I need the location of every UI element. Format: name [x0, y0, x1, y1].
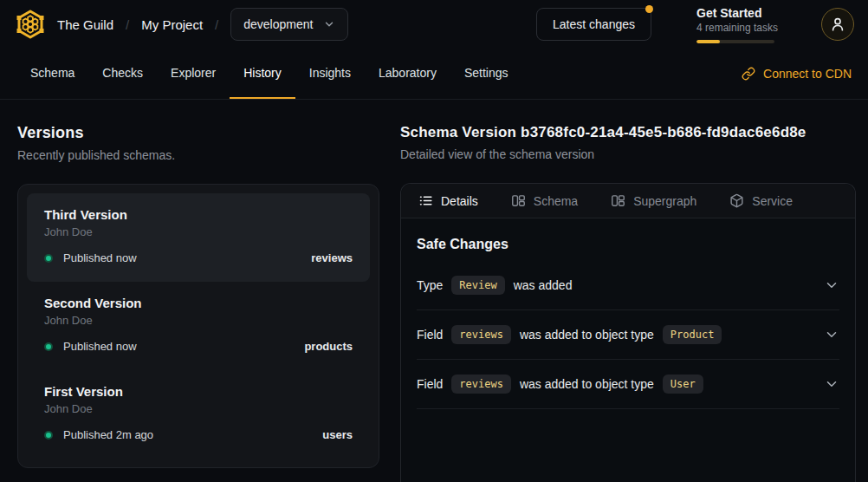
tab-schema-label: Schema [534, 194, 578, 208]
list-icon [418, 193, 433, 208]
versions-subtitle: Recently published schemas. [17, 148, 379, 162]
version-author: John Doe [44, 225, 353, 238]
breadcrumb-separator: / [215, 17, 218, 32]
version-service-name: reviews [311, 251, 353, 264]
tab-supergraph-label: Supergraph [633, 194, 696, 208]
link-icon [742, 67, 755, 81]
tab-schema[interactable]: Schema [16, 49, 88, 99]
chevron-down-icon [824, 327, 839, 342]
tab-explorer[interactable]: Explorer [157, 49, 230, 99]
topbar-right-group: Latest changes Get Started 4 remaining t… [536, 6, 854, 43]
breadcrumb: The Guild / My Project / development [57, 8, 348, 41]
tab-details-label: Details [441, 194, 478, 208]
get-started-widget[interactable]: Get Started 4 remaining tasks [696, 6, 780, 43]
breadcrumb-separator: / [126, 17, 129, 32]
get-started-remaining-tasks: 4 remaining tasks [696, 22, 780, 34]
published-status-dot [44, 254, 53, 263]
type-badge: Review [451, 276, 504, 295]
change-text: was added to object type [520, 328, 654, 342]
user-avatar[interactable] [821, 8, 854, 41]
tab-service-label: Service [752, 194, 793, 208]
safe-changes-title: Safe Changes [417, 237, 839, 252]
get-started-title: Get Started [696, 6, 780, 20]
change-text: Field [417, 328, 443, 342]
versions-title: Versions [17, 124, 379, 142]
schema-version-panel: Details Schema Super [400, 183, 856, 482]
tab-insights[interactable]: Insights [295, 49, 365, 99]
version-name: First Version [44, 384, 353, 399]
breadcrumb-org[interactable]: The Guild [57, 17, 113, 32]
hive-honeycomb-icon [15, 9, 46, 40]
chevron-down-icon [323, 18, 335, 30]
connect-to-cdn-button[interactable]: Connect to CDN [742, 49, 852, 99]
change-text: was added [514, 278, 573, 292]
field-badge: reviews [451, 375, 511, 394]
notification-dot [645, 5, 653, 13]
type-badge: Product [663, 325, 722, 344]
tab-laboratory[interactable]: Laboratory [365, 49, 450, 99]
tab-service[interactable]: Service [729, 193, 793, 208]
version-author: John Doe [44, 402, 353, 415]
tab-details[interactable]: Details [418, 193, 478, 208]
tab-supergraph[interactable]: Supergraph [611, 193, 696, 208]
schema-version-subtitle: Detailed view of the schema version [400, 147, 856, 161]
connect-to-cdn-label: Connect to CDN [763, 67, 852, 81]
published-status-dot [44, 431, 53, 440]
version-list-item[interactable]: First Version John Doe Published 2m ago … [27, 370, 370, 459]
published-status-dot [44, 342, 53, 351]
tab-history[interactable]: History [230, 49, 295, 99]
schema-version-header: Schema Version b3768fc0-21a4-45e5-b686-f… [400, 124, 856, 161]
versions-header: Versions Recently published schemas. [17, 124, 379, 162]
breadcrumb-project[interactable]: My Project [141, 17, 203, 32]
version-status-row: Published now reviews [44, 251, 353, 264]
version-status: Published 2m ago [63, 428, 153, 441]
versions-column: Versions Recently published schemas. Thi… [17, 100, 379, 482]
type-badge: User [663, 375, 703, 394]
get-started-progress-bar [696, 40, 774, 43]
detail-tab-bar: Details Schema Super [401, 184, 855, 218]
change-text: Type [417, 278, 443, 292]
tab-settings[interactable]: Settings [450, 49, 522, 99]
version-status-row: Published 2m ago users [44, 428, 353, 441]
version-author: John Doe [44, 314, 353, 327]
version-list-item[interactable]: Second Version John Doe Published now pr… [27, 282, 370, 370]
panels-icon [611, 193, 625, 208]
version-service-name: users [322, 428, 353, 441]
hive-logo[interactable] [14, 8, 47, 41]
field-badge: reviews [451, 325, 511, 344]
tab-schema-sdl[interactable]: Schema [511, 193, 578, 208]
change-row[interactable]: Field reviews was added to object type U… [417, 360, 839, 409]
version-status: Published now [63, 340, 137, 353]
change-text: was added to object type [520, 377, 654, 391]
panels-icon [511, 193, 526, 208]
latest-changes-label: Latest changes [553, 17, 635, 31]
changes-section: Safe Changes Type Review was added Field… [401, 237, 855, 409]
latest-changes-button[interactable]: Latest changes [536, 8, 651, 41]
user-icon [829, 16, 846, 33]
environment-selected-value: development [243, 17, 313, 31]
top-bar: The Guild / My Project / development Lat… [0, 0, 868, 49]
schema-version-column: Schema Version b3768fc0-21a4-45e5-b686-f… [400, 100, 856, 482]
chevron-down-icon [824, 376, 839, 392]
schema-version-title: Schema Version b3768fc0-21a4-45e5-b686-f… [400, 124, 856, 141]
tab-checks[interactable]: Checks [88, 49, 157, 99]
version-status-row: Published now products [44, 340, 353, 353]
version-list-item[interactable]: Third Version John Doe Published now rev… [27, 193, 370, 282]
chevron-down-icon [824, 277, 839, 293]
change-row[interactable]: Type Review was added [417, 261, 839, 310]
environment-selector[interactable]: development [230, 8, 348, 41]
version-service-name: products [304, 340, 353, 353]
version-name: Third Version [44, 207, 353, 222]
change-text: Field [417, 377, 443, 391]
box-icon [729, 193, 744, 208]
version-name: Second Version [44, 296, 353, 310]
main-content: Versions Recently published schemas. Thi… [0, 100, 868, 482]
progress-fill [696, 40, 720, 43]
version-status: Published now [63, 251, 137, 264]
versions-list: Third Version John Doe Published now rev… [17, 184, 379, 468]
project-tab-bar: Schema Checks Explorer History Insights … [0, 49, 868, 100]
change-row[interactable]: Field reviews was added to object type P… [417, 310, 839, 360]
